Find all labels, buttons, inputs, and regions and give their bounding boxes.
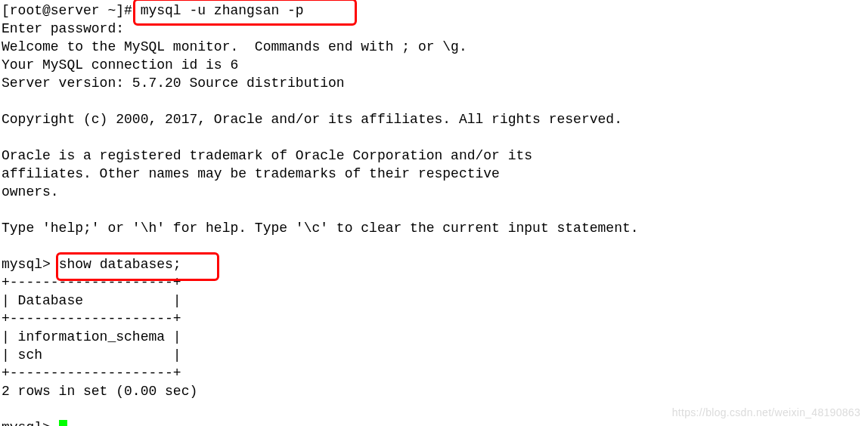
table-row: | sch | — [2, 347, 181, 363]
show-databases-command[interactable]: show databases; — [59, 257, 181, 272]
shell-prompt: [root@server ~]# — [2, 3, 141, 18]
enter-password-line: Enter password: — [2, 21, 124, 36]
table-border: +--------------------+ — [2, 275, 181, 290]
cursor-block — [59, 420, 67, 426]
mysql-prompt: mysql> — [2, 420, 59, 426]
mysql-prompt: mysql> — [2, 257, 59, 272]
help-line: Type 'help;' or '\h' for help. Type '\c'… — [2, 221, 639, 236]
copyright-line: Copyright (c) 2000, 2017, Oracle and/or … — [2, 112, 622, 127]
welcome-line: Welcome to the MySQL monitor. Commands e… — [2, 39, 467, 54]
trademark-line-1: Oracle is a registered trademark of Orac… — [2, 148, 532, 163]
server-version-line: Server version: 5.7.20 Source distributi… — [2, 76, 345, 91]
table-row: | information_schema | — [2, 329, 181, 344]
mysql-login-command[interactable]: mysql -u zhangsan -p — [141, 3, 304, 18]
watermark-text: https://blog.csdn.net/weixin_48190863 — [672, 403, 860, 421]
table-header: | Database | — [2, 293, 181, 308]
trademark-line-2: affiliates. Other names may be trademark… — [2, 166, 500, 181]
rows-in-set-line: 2 rows in set (0.00 sec) — [2, 384, 197, 399]
trademark-line-3: owners. — [2, 184, 59, 199]
table-border: +--------------------+ — [2, 311, 181, 326]
table-border: +--------------------+ — [2, 366, 181, 381]
connection-id-line: Your MySQL connection id is 6 — [2, 57, 238, 73]
terminal-output: [root@server ~]# mysql -u zhangsan -p En… — [0, 0, 868, 426]
